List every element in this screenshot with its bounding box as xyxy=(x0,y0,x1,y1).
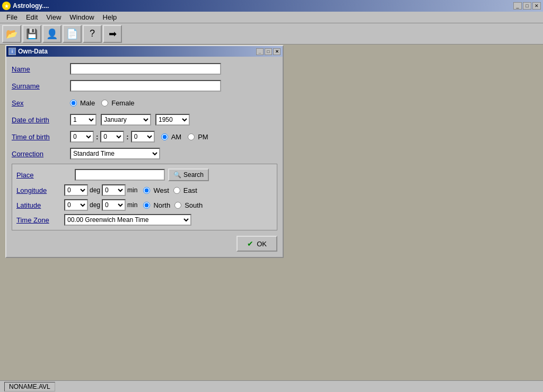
sex-female-radio[interactable] xyxy=(101,100,108,106)
dob-label: Date of birth xyxy=(12,116,70,124)
lon-west-label[interactable]: West xyxy=(143,186,169,194)
tob-min-select[interactable]: 05101520 2530354045 5055 xyxy=(100,131,124,142)
timezone-label: Time Zone xyxy=(16,216,64,224)
am-label[interactable]: AM xyxy=(161,133,182,141)
exit-button[interactable]: ➡ xyxy=(103,25,122,43)
dob-controls: 12345 678910 1112131415 1617181920 21222… xyxy=(70,114,190,126)
search-icon: 🔍 xyxy=(173,171,181,179)
menu-view[interactable]: View xyxy=(42,12,65,22)
place-label: Place xyxy=(16,171,75,179)
own-data-dialog: i Own-Data _ □ ✕ Name Surname Sex Male xyxy=(5,45,284,258)
lon-deg-text: deg xyxy=(90,186,100,194)
sex-female-text: Female xyxy=(111,99,134,107)
am-radio[interactable] xyxy=(161,133,168,140)
sex-female-label[interactable]: Female xyxy=(101,99,134,107)
lat-north-label[interactable]: North xyxy=(143,201,170,209)
longitude-row: Longitude 0121020 deg 051015 min West xyxy=(16,184,273,196)
sex-male-label[interactable]: Male xyxy=(70,99,95,107)
timezone-row: Time Zone 00.00 Greenwich Mean Time +01.… xyxy=(16,214,273,226)
pm-radio[interactable] xyxy=(188,133,195,140)
close-button[interactable]: ✕ xyxy=(532,2,541,10)
latitude-label: Latitude xyxy=(16,201,64,209)
person-button[interactable]: 👤 xyxy=(42,25,62,43)
sex-row: Sex Male Female xyxy=(12,96,277,110)
lon-east-label[interactable]: East xyxy=(173,186,197,194)
sex-label: Sex xyxy=(12,99,70,107)
sex-male-text: Male xyxy=(80,99,95,107)
dialog-close-button[interactable]: ✕ xyxy=(273,48,281,55)
help-button[interactable]: ? xyxy=(83,25,102,43)
pm-text: PM xyxy=(198,133,208,141)
copy-button[interactable]: 📄 xyxy=(63,25,82,43)
lon-west-text: West xyxy=(153,186,169,194)
lat-min-text: min xyxy=(127,201,137,209)
name-input[interactable] xyxy=(70,63,221,75)
latitude-row: Latitude 0121020 deg 051015 min North xyxy=(16,199,273,211)
tob-sec-select[interactable]: 05101520 2530354045 5055 xyxy=(131,131,155,142)
lat-min-select[interactable]: 051015 xyxy=(102,199,126,211)
menu-help[interactable]: Help xyxy=(99,12,121,22)
lat-south-label[interactable]: South xyxy=(174,201,203,209)
lon-min-select[interactable]: 051015 xyxy=(102,184,126,196)
name-row: Name xyxy=(12,62,277,76)
tob-controls: 01234 56789 1011 : 05101520 2530354045 5… xyxy=(70,131,208,142)
lon-deg-select[interactable]: 0121020 xyxy=(64,184,88,196)
dob-day-select[interactable]: 12345 678910 1112131415 1617181920 21222… xyxy=(70,114,97,126)
tob-row: Time of birth 01234 56789 1011 : 0510152… xyxy=(12,130,277,144)
lat-south-text: South xyxy=(185,201,203,209)
ok-label: OK xyxy=(257,240,267,248)
lat-dir-group: North South xyxy=(143,201,203,209)
minimize-button[interactable]: _ xyxy=(513,2,522,10)
surname-label: Surname xyxy=(12,82,70,90)
search-button[interactable]: 🔍 Search xyxy=(168,168,209,181)
correction-select[interactable]: Standard Time Daylight Saving War Time D… xyxy=(70,148,160,159)
ok-button[interactable]: ✔ OK xyxy=(237,236,277,252)
save-button[interactable]: 💾 xyxy=(22,25,41,43)
name-label: Name xyxy=(12,65,70,73)
correction-label: Correction xyxy=(12,150,70,158)
menu-bar: File Edit View Window Help xyxy=(0,12,543,23)
lon-west-radio[interactable] xyxy=(143,187,150,194)
timezone-select[interactable]: 00.00 Greenwich Mean Time +01.00 Central… xyxy=(64,214,191,226)
lat-south-radio[interactable] xyxy=(174,202,181,209)
lon-east-radio[interactable] xyxy=(173,187,180,194)
dob-month-select[interactable]: JanuaryFebruaryMarchApril MayJuneJulyAug… xyxy=(101,114,151,126)
sex-radio-group: Male Female xyxy=(70,99,135,107)
correction-row: Correction Standard Time Daylight Saving… xyxy=(12,147,277,161)
title-bar: ★ Astrology.... _ □ ✕ xyxy=(0,0,543,12)
app-title: Astrology.... xyxy=(13,2,49,10)
time-sep-1: : xyxy=(95,133,99,141)
tob-hour-select[interactable]: 01234 56789 1011 xyxy=(70,131,94,142)
menu-edit[interactable]: Edit xyxy=(22,12,42,22)
lon-min-text: min xyxy=(127,186,137,194)
lat-deg-select[interactable]: 0121020 xyxy=(64,199,88,211)
open-button[interactable]: 📂 xyxy=(2,25,21,43)
status-text: NONAME.AVL xyxy=(4,382,55,391)
menu-window[interactable]: Window xyxy=(65,12,98,22)
surname-input[interactable] xyxy=(70,80,221,92)
title-controls: _ □ ✕ xyxy=(513,2,541,10)
toolbar: 📂 💾 👤 📄 ? ➡ xyxy=(0,23,543,44)
place-section: Place 🔍 Search Longitude 0121020 deg 051… xyxy=(12,164,277,230)
tob-label: Time of birth xyxy=(12,133,70,141)
dialog-title-text: Own-Data xyxy=(18,48,48,55)
search-label: Search xyxy=(183,171,204,179)
dob-row: Date of birth 12345 678910 1112131415 16… xyxy=(12,113,277,127)
ampm-group: AM PM xyxy=(161,133,208,141)
sex-male-radio[interactable] xyxy=(70,100,77,106)
place-input[interactable] xyxy=(75,169,165,181)
lat-deg-text: deg xyxy=(90,201,100,209)
dob-year-select[interactable]: 1950194019601970 198019902000 xyxy=(155,114,190,126)
menu-file[interactable]: File xyxy=(2,12,22,22)
maximize-button[interactable]: □ xyxy=(523,2,531,10)
pm-label[interactable]: PM xyxy=(188,133,208,141)
lat-north-text: North xyxy=(153,201,170,209)
checkmark-icon: ✔ xyxy=(247,239,253,248)
app-icon: ★ xyxy=(2,2,11,10)
surname-row: Surname xyxy=(12,79,277,93)
lat-north-radio[interactable] xyxy=(143,202,150,209)
time-sep-2: : xyxy=(125,133,129,141)
status-bar: NONAME.AVL xyxy=(0,380,543,392)
dialog-maximize-button[interactable]: □ xyxy=(265,48,272,55)
dialog-minimize-button[interactable]: _ xyxy=(256,48,264,55)
